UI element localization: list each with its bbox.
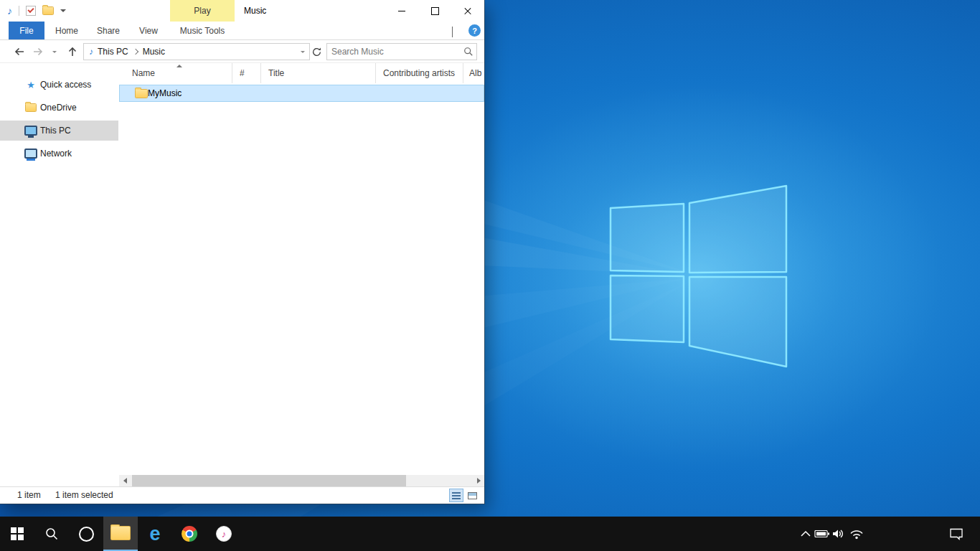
taskbar: e ♪ xyxy=(0,517,980,551)
battery-tray-button[interactable] xyxy=(814,517,831,551)
up-arrow-icon xyxy=(66,45,79,58)
chevron-down-icon xyxy=(301,51,305,53)
selection-count: 1 item selected xyxy=(55,490,113,500)
address-bar[interactable]: ♪ This PC Music xyxy=(83,43,310,60)
forward-button[interactable] xyxy=(29,43,47,60)
scroll-right-button[interactable] xyxy=(473,475,484,486)
column-header-contributing-artists[interactable]: Contributing artists xyxy=(376,63,463,83)
cortana-button[interactable] xyxy=(69,517,103,551)
tab-music-tools[interactable]: Music Tools xyxy=(169,22,235,39)
chrome-icon xyxy=(182,526,197,542)
search-box[interactable] xyxy=(326,43,477,60)
refresh-button[interactable] xyxy=(309,43,324,60)
status-bar: 1 item 1 item selected xyxy=(0,486,484,504)
address-dropdown-button[interactable] xyxy=(296,51,309,53)
windows-logo xyxy=(611,186,786,367)
tab-view[interactable]: View xyxy=(129,22,168,39)
large-icons-view-button[interactable] xyxy=(465,489,479,502)
up-button[interactable] xyxy=(64,43,81,60)
breadcrumb-separator-icon[interactable] xyxy=(132,49,138,55)
column-header-album[interactable]: Alb xyxy=(463,63,484,83)
address-toolbar: ♪ This PC Music xyxy=(0,40,484,63)
title-bar[interactable]: ♪ Play Music xyxy=(0,0,484,22)
network-icon xyxy=(24,149,37,159)
breadcrumb-music[interactable]: Music xyxy=(138,47,169,57)
tab-share[interactable]: Share xyxy=(89,22,128,39)
star-icon: ★ xyxy=(24,80,37,90)
volume-tray-button[interactable] xyxy=(829,517,847,551)
file-name: MyMusic xyxy=(148,88,182,98)
column-headers: Name # Title Contributing artists Alb xyxy=(119,63,484,83)
windows-logo-icon xyxy=(11,527,24,540)
wifi-icon xyxy=(849,527,864,541)
forward-arrow-icon xyxy=(32,45,44,58)
chevron-down-icon[interactable] xyxy=(60,9,66,12)
expand-ribbon-button[interactable] xyxy=(452,27,453,37)
tab-file[interactable]: File xyxy=(9,22,44,39)
folder-icon xyxy=(135,89,148,98)
scrollbar-thumb[interactable] xyxy=(132,475,406,486)
quick-access-toolbar: ♪ xyxy=(7,0,66,22)
folder-icon xyxy=(110,526,131,540)
cortana-icon xyxy=(79,527,94,542)
details-view-icon xyxy=(452,492,461,499)
onedrive-folder-icon xyxy=(24,103,37,112)
file-explorer-taskbar-button[interactable] xyxy=(103,517,138,551)
sidebar-item-this-pc[interactable]: This PC xyxy=(0,121,118,141)
separator xyxy=(19,6,19,16)
itunes-button[interactable]: ♪ xyxy=(207,517,241,551)
contextual-tab-play[interactable]: Play xyxy=(170,0,235,22)
maximize-button[interactable] xyxy=(418,0,451,22)
close-icon xyxy=(463,6,472,15)
tab-home[interactable]: Home xyxy=(47,22,86,39)
action-center-icon xyxy=(949,527,963,540)
new-folder-icon[interactable] xyxy=(42,6,54,15)
column-header-number[interactable]: # xyxy=(232,63,261,83)
search-icon xyxy=(44,527,59,541)
file-explorer-window: ♪ Play Music File Home Share View Music … xyxy=(0,0,484,504)
desktop: ♪ Play Music File Home Share View Music … xyxy=(0,0,980,551)
minimize-icon xyxy=(398,11,405,11)
triangle-right-icon xyxy=(477,478,481,484)
help-button[interactable]: ? xyxy=(468,24,481,37)
breadcrumb-this-pc[interactable]: This PC xyxy=(93,47,133,57)
recent-locations-button[interactable] xyxy=(49,43,60,60)
file-list: Name # Title Contributing artists Alb My… xyxy=(119,63,484,475)
maximize-icon xyxy=(431,7,439,15)
sidebar-item-quick-access[interactable]: ★ Quick access xyxy=(0,75,118,95)
battery-icon xyxy=(814,529,830,538)
sidebar-item-label: Quick access xyxy=(40,80,91,90)
horizontal-scrollbar[interactable] xyxy=(119,475,484,486)
column-header-name[interactable]: Name xyxy=(119,63,232,83)
window-title: Music xyxy=(244,0,266,22)
item-count: 1 item xyxy=(17,490,41,500)
properties-icon[interactable] xyxy=(26,6,36,16)
minimize-button[interactable] xyxy=(385,0,418,22)
back-button[interactable] xyxy=(11,43,28,60)
chevron-down-icon xyxy=(452,27,453,37)
network-tray-button[interactable] xyxy=(848,517,865,551)
internet-explorer-icon: e xyxy=(149,524,160,544)
close-button[interactable] xyxy=(451,0,484,22)
sidebar-item-label: This PC xyxy=(40,126,71,136)
chevron-up-icon xyxy=(800,530,811,537)
sidebar-item-onedrive[interactable]: OneDrive xyxy=(0,98,118,118)
file-row-mymusic[interactable]: MyMusic xyxy=(119,85,484,102)
taskbar-search-button[interactable] xyxy=(34,517,69,551)
search-input[interactable] xyxy=(327,47,462,57)
internet-explorer-button[interactable]: e xyxy=(138,517,172,551)
sidebar-item-network[interactable]: Network xyxy=(0,143,118,164)
chrome-button[interactable] xyxy=(172,517,207,551)
details-view-button[interactable] xyxy=(449,489,463,502)
chevron-down-icon xyxy=(52,51,57,53)
search-icon[interactable] xyxy=(462,47,475,57)
start-button[interactable] xyxy=(0,517,34,551)
music-note-icon: ♪ xyxy=(7,6,12,16)
itunes-icon: ♪ xyxy=(216,526,232,542)
action-center-button[interactable] xyxy=(948,517,965,551)
scroll-left-button[interactable] xyxy=(119,475,131,486)
refresh-icon xyxy=(311,47,322,57)
show-hidden-icons-button[interactable] xyxy=(797,517,814,551)
column-header-title[interactable]: Title xyxy=(261,63,376,83)
speaker-icon xyxy=(831,527,845,541)
